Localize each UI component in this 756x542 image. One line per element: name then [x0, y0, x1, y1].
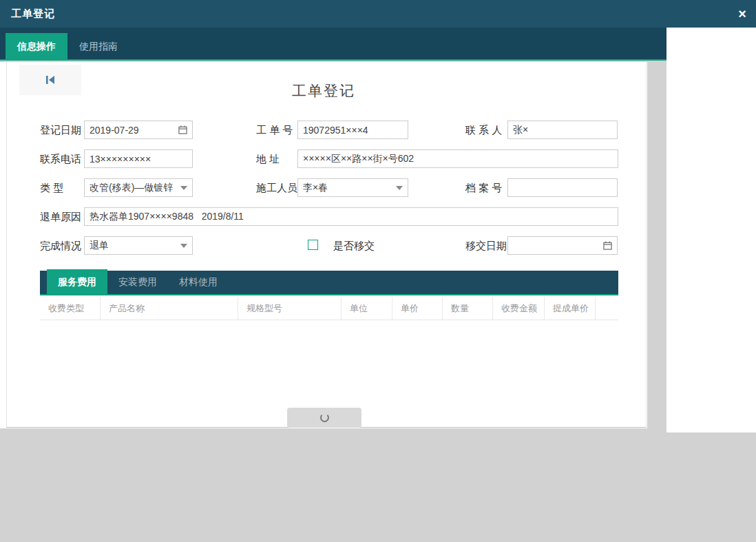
type-select[interactable]: 改管(移表)—做镀锌 [84, 178, 193, 197]
grid-header-filler [596, 297, 618, 320]
grid-header-cell: 数量 [443, 297, 493, 320]
tab-user-guide[interactable]: 使用指南 [67, 33, 129, 59]
work-order-dialog: 工单登记 × 信息操作 使用指南 工单登记 登记日期 [0, 0, 756, 428]
transfer-checkbox[interactable] [308, 240, 318, 250]
completion-select[interactable]: 退单 [84, 236, 193, 255]
contact-input[interactable] [513, 125, 612, 136]
phone-input[interactable] [90, 154, 187, 165]
grid-header-row: 收费类型 产品名称 规格型号 单位 单价 数量 收费金额 提成单价 [40, 297, 618, 320]
order-no-field[interactable] [297, 121, 408, 139]
chevron-down-icon [396, 186, 403, 190]
page-background: { "window": { "title": "工单登记", "close_ic… [0, 0, 756, 542]
grid-header-cell: 提成单价 [545, 297, 596, 320]
tab-install-fee[interactable]: 安装费用 [107, 269, 168, 294]
order-no-label: 工 单 号 [256, 121, 293, 139]
transfer-date-input[interactable] [513, 240, 600, 251]
completion-label: 完成情况 [40, 236, 81, 255]
return-reason-input[interactable] [90, 211, 613, 222]
file-no-label: 档 案 号 [465, 178, 502, 197]
spinner-icon [320, 413, 329, 422]
dialog-title: 工单登记 [11, 0, 55, 28]
completion-select-value: 退单 [90, 240, 178, 252]
tab-info-operation[interactable]: 信息操作 [6, 33, 67, 59]
calendar-icon[interactable] [603, 241, 612, 250]
transfer-date-label: 移交日期 [465, 236, 507, 255]
grid-header-cell: 单价 [392, 297, 443, 320]
file-no-input[interactable] [513, 183, 612, 194]
grid-header-cell: 收费金额 [493, 297, 545, 320]
return-reason-field[interactable] [84, 207, 618, 226]
loading-indicator [287, 408, 361, 428]
phone-label: 联系电话 [40, 149, 81, 168]
chevron-down-icon [180, 244, 187, 248]
type-label: 类 型 [40, 178, 63, 197]
detail-tabstrip: 服务费用 安装费用 材料使用 [40, 271, 618, 295]
worker-select-value: 李×春 [303, 182, 393, 194]
address-field[interactable] [297, 149, 618, 168]
page-title: 工单登记 [0, 81, 647, 101]
transfer-date-field[interactable] [507, 236, 618, 255]
return-reason-label: 退单原因 [40, 207, 81, 226]
grid-header-cell: 产品名称 [101, 297, 238, 320]
reg-date-label: 登记日期 [40, 121, 81, 139]
file-no-field[interactable] [507, 178, 618, 197]
tab-material-usage[interactable]: 材料使用 [168, 269, 229, 294]
transfer-label: 是否移交 [333, 236, 375, 255]
address-label: 地 址 [256, 149, 280, 168]
main-tabstrip: 信息操作 使用指南 [0, 28, 666, 61]
tab-service-fee[interactable]: 服务费用 [47, 269, 107, 294]
reg-date-field[interactable] [84, 121, 193, 139]
worker-select[interactable]: 李×春 [297, 178, 408, 197]
side-panel [666, 28, 756, 432]
dialog-titlebar: 工单登记 × [0, 0, 756, 28]
contact-field[interactable] [507, 121, 618, 139]
phone-field[interactable] [84, 149, 193, 168]
order-no-input[interactable] [303, 125, 403, 136]
reg-date-input[interactable] [90, 125, 176, 136]
calendar-icon[interactable] [178, 125, 187, 134]
content-area: 工单登记 登记日期 工 单 号 联 系 人 联系电话 地 址 [0, 62, 647, 428]
address-input[interactable] [303, 154, 613, 165]
worker-label: 施工人员 [256, 178, 297, 197]
contact-label: 联 系 人 [465, 121, 502, 139]
grid-header-cell: 规格型号 [238, 297, 342, 320]
chevron-down-icon [180, 186, 187, 190]
close-icon[interactable]: × [738, 0, 746, 28]
grid-header-cell: 单位 [342, 297, 392, 320]
grid-header-cell: 收费类型 [40, 297, 101, 320]
type-select-value: 改管(移表)—做镀锌 [90, 182, 178, 194]
